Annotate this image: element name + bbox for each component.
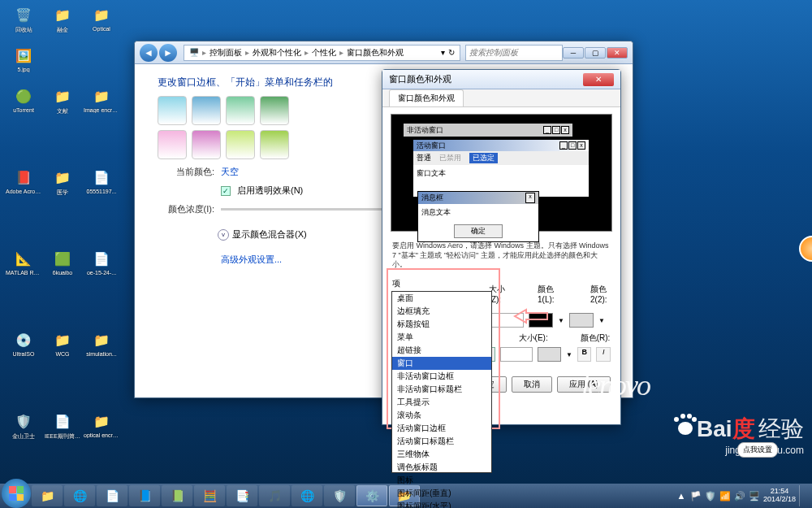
color-swatch[interactable] (158, 130, 187, 159)
start-button[interactable] (2, 479, 31, 508)
taskbar-item[interactable]: 🛡️ (324, 485, 355, 506)
desktop-icon[interactable]: 📁融金 (44, 3, 81, 42)
preview-pane: 非活动窗口_□x 活动窗口_□x 普通已禁用已选定 窗口文本 消息框x 消息文本… (391, 114, 612, 232)
desktop-icon[interactable]: 📁optical encryption (83, 410, 120, 449)
taskbar-item[interactable]: 📄 (97, 485, 127, 506)
desktop-icon[interactable]: 📄IEEE期刊简写.pdf (44, 410, 81, 449)
desktop-icon[interactable]: 📄oe-15-24-... (83, 247, 120, 286)
show-desktop-button[interactable] (799, 485, 806, 506)
back-button[interactable]: ◄ (140, 44, 158, 62)
tab-appearance[interactable]: 窗口颜色和外观 (389, 89, 464, 106)
monitor-icon[interactable]: 🖥️ (749, 490, 760, 501)
current-color-value: 天空 (221, 166, 239, 178)
taskbar-item[interactable]: 📘 (129, 485, 160, 506)
desktop-icon[interactable]: 🖼️5.jpg (5, 44, 42, 83)
color2-picker[interactable] (569, 313, 594, 328)
color-swatch[interactable] (192, 96, 221, 125)
advanced-settings-link[interactable]: 高级外观设置... (221, 254, 282, 266)
taskbar-item[interactable]: 🎵 (259, 485, 290, 506)
cancel-button[interactable]: 取消 (512, 376, 552, 393)
taskbar-item[interactable]: 📗 (162, 485, 192, 506)
dropdown-option[interactable]: 标题按钮 (392, 318, 491, 331)
dropdown-option[interactable]: 活动窗口边框 (392, 422, 491, 435)
svg-marker-0 (515, 310, 547, 323)
shield-icon[interactable]: 🛡️ (705, 490, 716, 501)
dropdown-option[interactable]: 桌面 (392, 292, 491, 305)
desktop-icon[interactable]: 📁文献 (44, 85, 81, 124)
dropdown-option[interactable]: 超链接 (392, 344, 491, 357)
dropdown-option[interactable]: 窗口 (392, 357, 491, 370)
item-dropdown[interactable]: 桌面边框填充标题按钮菜单超链接窗口非活动窗口边框非活动窗口标题栏工具提示滚动条活… (391, 291, 492, 473)
desktop-icon[interactable]: 📁Optical (83, 3, 120, 42)
taskbar-item[interactable]: 📁 (32, 485, 63, 506)
network-icon[interactable]: 📶 (719, 490, 731, 501)
flag-icon[interactable]: 🏳️ (690, 490, 702, 501)
desktop-icon[interactable]: 🟩6kuaibo (44, 247, 81, 286)
assistant-orb[interactable] (799, 236, 812, 262)
taskbar-item[interactable]: 📑 (227, 485, 257, 506)
dropdown-option[interactable]: 工具提示 (392, 396, 491, 409)
dropdown-option[interactable]: 边框填充 (392, 305, 491, 318)
tray-icon[interactable]: ▲ (676, 490, 687, 501)
close-button[interactable]: ✕ (583, 73, 614, 86)
font-size-input[interactable] (500, 347, 533, 362)
desktop-icon[interactable]: 📄05551197... (83, 166, 120, 205)
color-swatch[interactable] (226, 96, 255, 125)
color-swatch[interactable] (260, 96, 289, 125)
desktop-icon[interactable]: 📁WCG (44, 328, 81, 367)
desktop-icon[interactable]: 📁simulation... (83, 328, 120, 367)
search-input[interactable] (465, 45, 563, 61)
aero-note: 要启用 Windows Aero，请选择 Windows 主题。只有选择 Win… (382, 238, 620, 273)
close-button[interactable]: ✕ (607, 47, 628, 59)
desktop-icon[interactable]: 📁Image encryption (83, 85, 120, 124)
bold-button[interactable]: B (577, 347, 592, 362)
font-color-picker[interactable] (538, 347, 561, 362)
taskbar-item[interactable]: 🌐 (64, 485, 95, 506)
dropdown-option[interactable]: 非活动窗口标题栏 (392, 383, 491, 396)
dropdown-option[interactable]: 图标 (392, 474, 491, 487)
annotation-arrow (513, 307, 549, 325)
taskbar-item[interactable]: 🧮 (194, 485, 225, 506)
dropdown-option[interactable]: 非活动窗口边框 (392, 370, 491, 383)
dropdown-option[interactable]: 滚动条 (392, 409, 491, 422)
forward-button[interactable]: ► (159, 44, 177, 62)
chevron-down-icon[interactable]: v (218, 229, 229, 241)
dialog-title: 窗口颜色和外观 (389, 73, 451, 85)
clock[interactable]: 21:542014/2/18 (763, 488, 796, 504)
tooltip-bubble[interactable]: 点我设置 (737, 442, 778, 458)
color-swatch[interactable] (260, 130, 289, 159)
transparency-checkbox[interactable]: ✓ (221, 186, 231, 196)
desktop-icon[interactable]: 🟢uTorrent (5, 85, 42, 124)
taskbar-item[interactable]: 🌐 (292, 485, 322, 506)
breadcrumb[interactable]: 🖥️▸ 控制面板▸ 外观和个性化▸ 个性化▸ 窗口颜色和外观 ▾↻ (184, 45, 460, 61)
color-swatch[interactable] (226, 130, 255, 159)
italic-button[interactable]: I (596, 347, 611, 362)
volume-icon[interactable]: 🔊 (734, 490, 745, 501)
maximize-button[interactable]: ▢ (585, 47, 606, 59)
color-swatch[interactable] (192, 130, 221, 159)
color-swatch[interactable] (158, 96, 187, 125)
system-tray[interactable]: ▲ 🏳️ 🛡️ 📶 🔊 🖥️ 21:542014/2/18 (676, 485, 810, 506)
desktop-icon[interactable]: 📁医学 (44, 166, 81, 205)
minimize-button[interactable]: ─ (563, 47, 584, 59)
dropdown-option[interactable]: 图标间距(水平) (392, 500, 491, 508)
dropdown-option[interactable]: 调色板标题 (392, 461, 491, 474)
desktop-icon[interactable]: 🛡️金山卫士 (5, 410, 42, 449)
desktop-icon[interactable]: 📐MATLAB R2009a (5, 247, 42, 286)
dropdown-option[interactable]: 三维物体 (392, 448, 491, 461)
dropdown-option[interactable]: 菜单 (392, 331, 491, 344)
desktop-icon[interactable]: 📕Adobe Acrobat... (5, 166, 42, 205)
desktop-icon[interactable]: 🗑️回收站 (5, 3, 42, 42)
dropdown-option[interactable]: 活动窗口标题栏 (392, 435, 491, 448)
brand-logo: lenovo (581, 368, 650, 402)
dropdown-option[interactable]: 图标间距(垂直) (392, 487, 491, 500)
desktop-icon[interactable]: 💿UltraISO (5, 328, 42, 367)
taskbar-item[interactable]: ⚙️ (356, 485, 387, 506)
